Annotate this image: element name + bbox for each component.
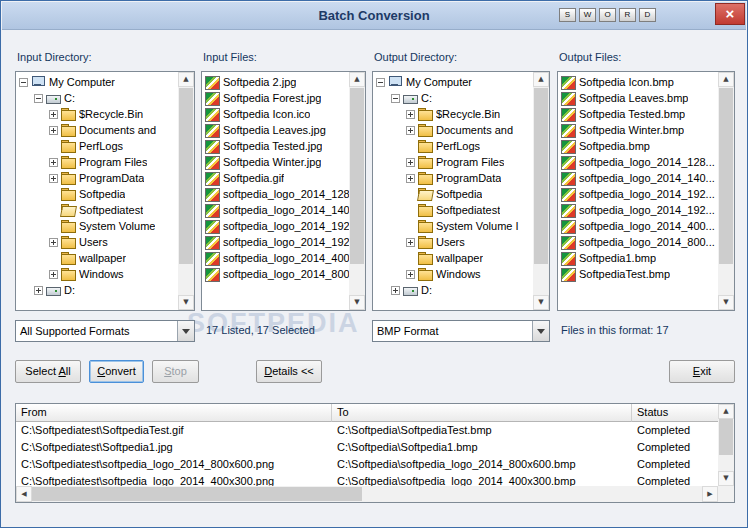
file-item[interactable]: Softpedia Forest.jpg (202, 90, 349, 106)
column-header-status[interactable]: Status (632, 404, 718, 422)
scroll-left-icon[interactable] (16, 486, 32, 502)
expand-toggle-icon[interactable] (34, 286, 43, 295)
tree-item[interactable]: Softpediatest (16, 202, 178, 218)
expand-toggle-icon[interactable] (34, 94, 43, 103)
tree-item[interactable]: ProgramData (16, 170, 178, 186)
file-item[interactable]: Softpedia 2.jpg (202, 74, 349, 90)
input-directory-scrollbar[interactable] (178, 72, 194, 310)
file-item[interactable]: softpedia_logo_2014_192... (202, 218, 349, 234)
expand-toggle-icon[interactable] (49, 126, 58, 135)
title-bar[interactable]: Batch Conversion SWORD (2, 2, 746, 30)
scroll-thumb[interactable] (32, 487, 362, 501)
input-format-select[interactable]: All Supported Formats (15, 320, 195, 342)
exit-button[interactable]: Exit (669, 360, 735, 383)
file-item[interactable]: softpedia_logo_2014_192... (558, 202, 718, 218)
expand-toggle-icon[interactable] (391, 94, 400, 103)
expand-toggle-icon[interactable] (406, 110, 415, 119)
output-files-scrollbar[interactable] (718, 72, 734, 310)
file-item[interactable]: Softpedia.gif (202, 170, 349, 186)
caption-button-d[interactable]: D (639, 8, 656, 22)
tree-item[interactable]: $Recycle.Bin (373, 106, 533, 122)
tree-item[interactable]: D: (373, 282, 533, 298)
results-vscrollbar[interactable] (718, 404, 734, 486)
tree-item[interactable]: System Volume I (373, 218, 533, 234)
dropdown-arrow-icon[interactable] (532, 321, 549, 341)
file-item[interactable]: Softpedia Winter.jpg (202, 154, 349, 170)
expand-toggle-icon[interactable] (376, 78, 385, 87)
scroll-down-icon[interactable] (718, 295, 734, 310)
close-button[interactable] (715, 3, 745, 25)
scroll-up-icon[interactable] (178, 72, 194, 87)
expand-toggle-icon[interactable] (406, 174, 415, 183)
result-row[interactable]: C:\Softpediatest\softpedia_logo_2014_400… (16, 473, 718, 486)
tree-item[interactable]: Softpedia (16, 186, 178, 202)
column-header-from[interactable]: From (16, 404, 332, 422)
tree-item[interactable]: $Recycle.Bin (16, 106, 178, 122)
output-format-select[interactable]: BMP Format (372, 320, 550, 342)
scroll-thumb[interactable] (179, 88, 193, 264)
file-item[interactable]: softpedia_logo_2014_140... (202, 202, 349, 218)
expand-toggle-icon[interactable] (49, 158, 58, 167)
file-item[interactable]: softpedia_logo_2014_192... (202, 234, 349, 250)
file-item[interactable]: softpedia_logo_2014_128... (558, 154, 718, 170)
tree-item[interactable]: D: (16, 282, 178, 298)
caption-button-o[interactable]: O (599, 8, 616, 22)
scroll-right-icon[interactable] (702, 486, 718, 502)
tree-item[interactable]: ProgramData (373, 170, 533, 186)
tree-item[interactable]: My Computer (373, 74, 533, 90)
tree-item[interactable]: Softpediatest (373, 202, 533, 218)
tree-item[interactable]: Users (373, 234, 533, 250)
expand-toggle-icon[interactable] (19, 78, 28, 87)
file-item[interactable]: Softpedia Icon.bmp (558, 74, 718, 90)
file-item[interactable]: softpedia_logo_2014_128... (202, 186, 349, 202)
file-item[interactable]: Softpedia Icon.ico (202, 106, 349, 122)
result-row[interactable]: C:\Softpediatest\softpedia_logo_2014_800… (16, 456, 718, 473)
tree-item[interactable]: Windows (16, 266, 178, 282)
file-item[interactable]: softpedia_logo_2014_192... (558, 186, 718, 202)
file-item[interactable]: Softpedia Winter.bmp (558, 122, 718, 138)
file-item[interactable]: SoftpediaTest.bmp (558, 266, 718, 282)
file-item[interactable]: Softpedia Leaves.jpg (202, 122, 349, 138)
tree-item[interactable]: Program Files (16, 154, 178, 170)
scroll-down-icon[interactable] (533, 295, 549, 310)
expand-toggle-icon[interactable] (49, 110, 58, 119)
file-item[interactable]: Softpedia Leaves.bmp (558, 90, 718, 106)
expand-toggle-icon[interactable] (49, 174, 58, 183)
tree-item[interactable]: wallpaper (16, 250, 178, 266)
column-header-to[interactable]: To (332, 404, 632, 422)
file-item[interactable]: softpedia_logo_2014_800... (558, 234, 718, 250)
file-item[interactable]: softpedia_logo_2014_800... (202, 266, 349, 282)
tree-item[interactable]: Users (16, 234, 178, 250)
caption-button-r[interactable]: R (619, 8, 636, 22)
input-files-scrollbar[interactable] (349, 72, 365, 310)
file-item[interactable]: softpedia_logo_2014_400... (202, 250, 349, 266)
tree-item[interactable]: Softpedia (373, 186, 533, 202)
convert-button[interactable]: Convert (89, 360, 144, 383)
select-all-button[interactable]: Select All (15, 360, 81, 383)
file-item[interactable]: Softpedia.bmp (558, 138, 718, 154)
file-item[interactable]: Softpedia Tested.bmp (558, 106, 718, 122)
output-directory-scrollbar[interactable] (533, 72, 549, 310)
expand-toggle-icon[interactable] (406, 158, 415, 167)
expand-toggle-icon[interactable] (49, 238, 58, 247)
scroll-up-icon[interactable] (718, 404, 734, 419)
results-hscrollbar[interactable] (16, 486, 718, 502)
tree-item[interactable]: Windows (373, 266, 533, 282)
expand-toggle-icon[interactable] (406, 126, 415, 135)
scroll-thumb[interactable] (534, 88, 548, 264)
file-item[interactable]: Softpedia Tested.jpg (202, 138, 349, 154)
scroll-up-icon[interactable] (349, 72, 365, 87)
tree-item[interactable]: C: (16, 90, 178, 106)
tree-item[interactable]: Documents and (373, 122, 533, 138)
tree-item[interactable]: Program Files (373, 154, 533, 170)
tree-item[interactable]: C: (373, 90, 533, 106)
scroll-thumb[interactable] (719, 88, 733, 264)
tree-item[interactable]: wallpaper (373, 250, 533, 266)
result-row[interactable]: C:\Softpediatest\Softpedia1.jpgC:\Softpe… (16, 439, 718, 456)
file-item[interactable]: Softpedia1.bmp (558, 250, 718, 266)
file-item[interactable]: softpedia_logo_2014_400... (558, 218, 718, 234)
tree-item[interactable]: System Volume (16, 218, 178, 234)
caption-button-s[interactable]: S (559, 8, 576, 22)
details-button[interactable]: Details << (256, 360, 322, 383)
file-item[interactable]: softpedia_logo_2014_140... (558, 170, 718, 186)
